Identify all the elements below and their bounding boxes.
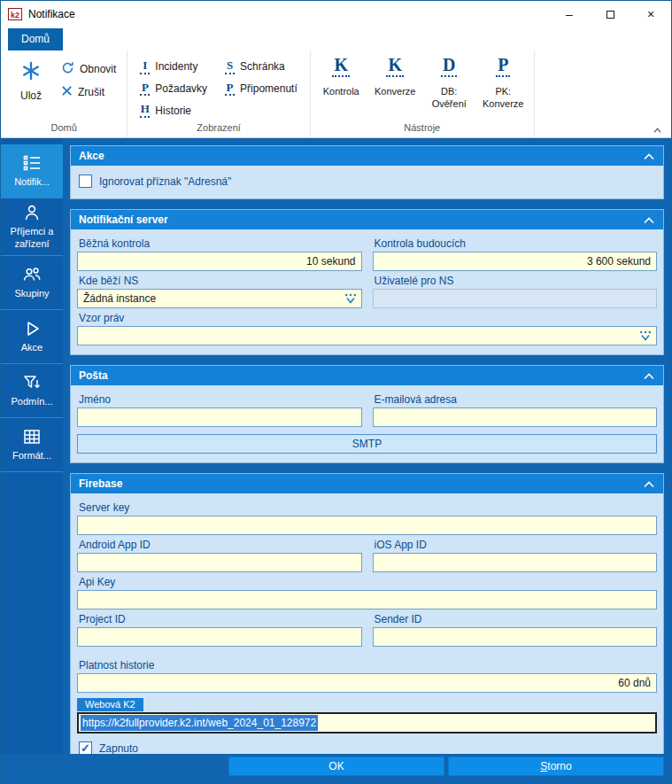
sidebar-item-label: Akce	[21, 342, 42, 354]
ok-button[interactable]: OK	[228, 757, 444, 776]
ribbon-tab-row: Domů	[1, 27, 671, 50]
dropdown-lookup-icon[interactable]	[344, 293, 357, 304]
db-overeni-letter-icon: D	[441, 56, 457, 77]
section-notifikacni-server-header[interactable]: Notifikační server	[71, 210, 663, 229]
sidebar-item-akce[interactable]: Akce	[1, 310, 63, 364]
sidebar-item-prijemci-a-zarizeni[interactable]: Příjemci a zařízení	[1, 198, 63, 256]
cancel-button[interactable]: Zrušit	[61, 85, 116, 99]
section-notifikacni-server-title: Notifikační server	[79, 213, 168, 226]
schranka-label: Schránka	[240, 60, 285, 73]
play-icon	[22, 319, 42, 338]
section-akce: Akce Ignorovat příznak "Adresná"	[70, 145, 664, 199]
save-button[interactable]: Ulož	[12, 56, 50, 122]
incidenty-label: Incidenty	[155, 60, 197, 73]
maximize-button[interactable]	[590, 1, 630, 27]
app-window: k2 Notifikace – × Domů Ulož	[0, 0, 672, 784]
collapse-up-icon[interactable]	[643, 216, 655, 224]
refresh-icon	[61, 61, 74, 77]
server-key-label: Server key	[79, 501, 657, 514]
window-controls: – ×	[549, 1, 671, 27]
bezna-kontrola-input[interactable]	[77, 252, 362, 271]
close-icon: ×	[647, 7, 654, 21]
android-app-id-input[interactable]	[77, 553, 362, 572]
incidenty-button[interactable]: I Incidenty	[140, 59, 207, 74]
zapnuto-checkbox[interactable]: ✓	[79, 741, 92, 754]
notification-list-icon	[22, 153, 42, 173]
platnost-historie-input[interactable]	[77, 673, 657, 693]
tab-domu[interactable]: Domů	[8, 28, 63, 50]
jmeno-input[interactable]	[77, 408, 362, 427]
sidebar-item-skupiny[interactable]: Skupiny	[1, 256, 63, 310]
collapse-up-icon[interactable]	[643, 372, 655, 380]
db-overeni-label-line2: Ověření	[432, 97, 467, 110]
ios-app-id-label: iOS App ID	[375, 539, 658, 551]
person-icon	[22, 203, 42, 222]
sender-id-input[interactable]	[373, 627, 658, 647]
storno-button[interactable]: Storno	[448, 757, 664, 776]
section-firebase-header[interactable]: Firebase	[71, 474, 663, 493]
collapse-up-icon[interactable]	[643, 480, 655, 488]
server-key-input[interactable]	[77, 516, 657, 535]
group-icon	[22, 265, 42, 284]
bezna-kontrola-label: Běžná kontrola	[79, 237, 362, 250]
ribbon-collapse-icon[interactable]	[653, 127, 662, 134]
webova-k2-input[interactable]: https://k2fullprovider.k2.int/web_2024_0…	[77, 712, 657, 734]
ignore-flag-checkbox[interactable]	[79, 175, 92, 188]
kde-bezi-ns-select[interactable]: Žádná instance	[77, 289, 362, 308]
refresh-button[interactable]: Obnovit	[61, 61, 116, 77]
pk-konverze-label-line1: PK:	[483, 85, 523, 97]
konverze-letter-icon: K	[386, 56, 404, 77]
collapse-up-icon[interactable]	[643, 152, 655, 160]
close-button[interactable]: ×	[630, 1, 671, 27]
section-notifikacni-server: Notifikační server Běžná kontrola Kontro…	[70, 209, 664, 355]
zapnuto-checkbox-row[interactable]: ✓ Zapnuto	[79, 741, 655, 754]
pk-konverze-letter-icon: P	[496, 56, 510, 77]
sidebar-item-label: Formát...	[12, 450, 51, 462]
schranka-button[interactable]: S Schránka	[225, 59, 297, 74]
group-label-domu: Domů	[1, 122, 127, 137]
konverze-button[interactable]: K Konverze	[368, 52, 422, 122]
historie-label: Historie	[155, 105, 191, 117]
filter-icon	[22, 373, 42, 392]
api-key-input[interactable]	[77, 590, 657, 609]
smtp-button[interactable]: SMTP	[77, 434, 657, 454]
android-app-id-label: Android App ID	[79, 539, 362, 551]
svg-text:k2: k2	[11, 11, 19, 19]
pozadavky-button[interactable]: P Požadavky	[140, 82, 207, 97]
email-input[interactable]	[373, 408, 658, 427]
app-body: Notifik... Příjemci a zařízení Skupiny A…	[1, 138, 671, 754]
save-label: Ulož	[20, 89, 42, 102]
sidebar-item-podminky[interactable]: Podmín...	[1, 364, 63, 418]
kontrola-label: Kontrola	[323, 85, 359, 97]
minimize-button[interactable]: –	[549, 1, 590, 27]
section-akce-header[interactable]: Akce	[71, 146, 663, 166]
vzor-prav-label: Vzor práv	[79, 312, 657, 324]
kontrola-budoucich-input[interactable]	[373, 252, 658, 271]
sidebar-item-label: Podmín...	[11, 396, 52, 408]
dropdown-lookup-icon[interactable]	[639, 330, 652, 341]
kde-bezi-ns-value: Žádná instance	[83, 292, 344, 305]
section-posta-header[interactable]: Pošta	[71, 366, 663, 385]
db-overeni-button[interactable]: D DB:Ověření	[422, 52, 476, 122]
ignore-flag-label: Ignorovat příznak "Adresná"	[99, 175, 231, 188]
save-icon	[21, 61, 41, 84]
vzor-prav-select[interactable]	[77, 326, 657, 345]
titlebar: k2 Notifikace – ×	[1, 1, 671, 27]
sidebar-item-notifikace[interactable]: Notifik...	[1, 144, 63, 198]
platnost-historie-label: Platnost historie	[79, 659, 657, 671]
footer: OK Storno	[1, 754, 671, 783]
pk-konverze-button[interactable]: P PK:Konverze	[476, 52, 530, 122]
sidebar-item-format[interactable]: Formát...	[1, 418, 63, 472]
group-label-nastroje: Nástroje	[311, 122, 534, 137]
section-posta-title: Pošta	[79, 369, 108, 382]
main-content: Akce Ignorovat příznak "Adresná" Notifik…	[63, 138, 671, 754]
ignore-flag-checkbox-row[interactable]: Ignorovat příznak "Adresná"	[79, 175, 655, 188]
uzivatele-pro-ns-input[interactable]	[373, 289, 658, 308]
historie-button[interactable]: H Historie	[140, 103, 207, 118]
pripomenuti-button[interactable]: P Připomenutí	[225, 82, 297, 97]
project-id-input[interactable]	[77, 627, 362, 647]
cancel-label: Zrušit	[78, 86, 104, 98]
db-overeni-label-line1: DB:	[432, 85, 467, 97]
ios-app-id-input[interactable]	[373, 553, 658, 572]
kontrola-button[interactable]: K Kontrola	[314, 52, 368, 122]
